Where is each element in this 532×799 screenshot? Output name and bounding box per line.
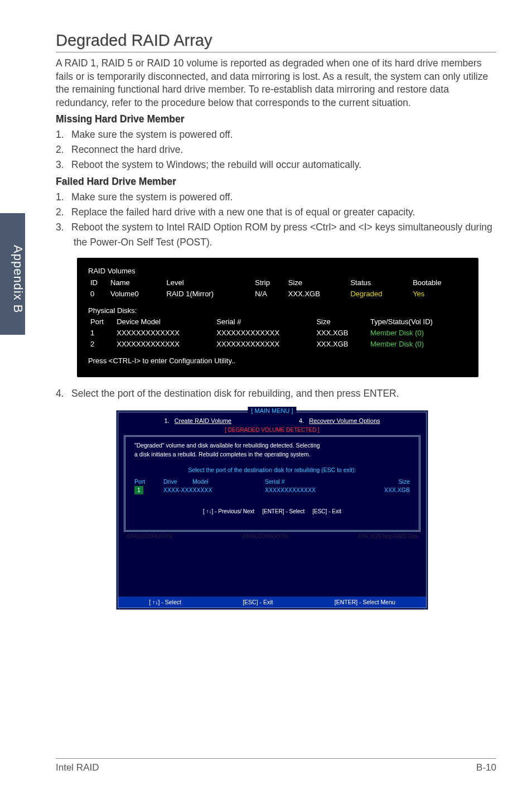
list-item: 3.Reboot the system to Windows; the rebu…: [56, 157, 496, 172]
intro-paragraph: A RAID 1, RAID 5 or RAID 10 volume is re…: [56, 57, 496, 110]
ghost-cell: XXXXXXXXXXXXX: [126, 533, 172, 541]
list-item: 3.Reboot the system to Intel RAID Option…: [56, 220, 496, 250]
cell-status: Member Disk (0): [368, 339, 467, 350]
subhead-failed: Failed Hard Drive Member: [56, 176, 496, 187]
menu-item: 1. Create RAID Volume: [165, 417, 231, 425]
cell: Volume0: [108, 288, 165, 300]
disk-header-row: Port Drive Model Serial # Size: [134, 478, 410, 486]
list-text: Select the port of the destination disk …: [71, 388, 399, 399]
ghost-cell: XXX.XGB Non-RAID Disk: [358, 533, 418, 541]
menu-item: 4. Recovery Volume Options: [299, 417, 380, 425]
list-missing: 1.Make sure the system is powered off. 2…: [56, 127, 496, 172]
disk-row[interactable]: 1 XXXX-XXXXXXXX XXXXXXXXXXXXX XXX.XGB: [134, 486, 410, 494]
ghost-cell: XXXXXXXXXXXXX: [242, 533, 288, 541]
footer-select: [ ↑↓] - Select: [149, 598, 181, 607]
col-size: Size: [352, 478, 410, 486]
cell-bootable: Yes: [410, 288, 467, 300]
bios-prompt: Press <CTRL-I> to enter Configuration Ut…: [88, 355, 467, 367]
list-text: Reboot the system to Intel RAID Option R…: [71, 222, 492, 248]
nav-exit: [ESC] - Exit: [312, 508, 341, 514]
col-serial: Serial #: [214, 316, 314, 328]
cell: 2: [88, 339, 114, 350]
list-step4: 4.Select the port of the destination dis…: [56, 386, 496, 401]
bios-nav-hints: [ ↑↓] - Previous/ Next [ENTER] - Select …: [134, 508, 410, 516]
footer-right: B-10: [476, 762, 496, 773]
appendix-side-tab: Appendix B: [0, 213, 25, 335]
col-model: Model: [192, 478, 265, 486]
col-id: ID: [88, 277, 108, 288]
selected-port: 1: [134, 486, 143, 494]
cell: XXX.XGB: [314, 339, 368, 350]
footer-left: Intel RAID: [56, 762, 476, 773]
col-type: Type/Status(Vol ID): [368, 316, 467, 328]
list-failed: 1.Make sure the system is powered off. 2…: [56, 190, 496, 251]
nav-select: [ENTER] - Select: [262, 508, 304, 514]
bios-footer-bar: [ ↑↓] - Select [ESC] - Exit [ENTER] - Se…: [118, 596, 426, 608]
bios-msg: "Degraded" volume and disk available for…: [134, 441, 410, 450]
cell: XXX.XGB: [286, 288, 349, 300]
bios-titlebar: [ MAIN MENU ]: [248, 407, 296, 415]
col-bootable: Bootable: [410, 277, 467, 288]
cell: 1: [88, 328, 114, 339]
blank-area: [118, 543, 426, 593]
col-name: Name: [108, 277, 165, 288]
page-content: Degraded RAID Array A RAID 1, RAID 5 or …: [56, 31, 496, 610]
col-serial: Serial #: [265, 478, 352, 486]
cell: XXX.XGB: [314, 328, 368, 339]
list-item: 2.Replace the failed hard drive with a n…: [56, 205, 496, 220]
bios-inner-dialog: "Degraded" volume and disk available for…: [124, 435, 420, 532]
list-item: 1.Make sure the system is powered off.: [56, 127, 496, 142]
bios-main-menu-screen: [ MAIN MENU ] 1. Create RAID Volume 4. R…: [116, 410, 428, 610]
section-label: RAID Volumes: [88, 266, 467, 277]
list-item: 1.Make sure the system is powered off.: [56, 190, 496, 205]
list-text: Replace the failed hard drive with a new…: [71, 206, 415, 218]
cell: N/A: [253, 288, 286, 300]
list-text: Make sure the system is powered off.: [71, 129, 233, 140]
cell: 0: [88, 288, 108, 300]
list-text: Make sure the system is powered off.: [71, 191, 233, 203]
col-size: Size: [286, 277, 349, 288]
bios-prompt: Select the port of the destination disk …: [134, 466, 410, 475]
footer-menu: [ENTER] - Select Menu: [335, 598, 395, 607]
list-text: Reconnect the hard drive.: [71, 144, 183, 155]
cell-status: Degraded: [348, 288, 410, 300]
degraded-label: [ DEGRADED VOLUME DETECTED ]: [118, 426, 426, 434]
page-title: Degraded RAID Array: [56, 31, 496, 52]
bios-raid-volumes-screen: RAID Volumes ID Name Level Strip Size St…: [77, 258, 478, 377]
list-item: 4.Select the port of the destination dis…: [56, 386, 496, 401]
col-size: Size: [314, 316, 368, 328]
list-item: 2.Reconnect the hard drive.: [56, 142, 496, 157]
list-text: Reboot the system to Windows; the rebuil…: [71, 159, 361, 170]
cell: XXXXXXXXXXXXX: [214, 328, 314, 339]
raid-volumes-table: ID Name Level Strip Size Status Bootable…: [88, 277, 467, 300]
col-status: Status: [348, 277, 410, 288]
col-strip: Strip: [253, 277, 286, 288]
cell: XXXXXXXXXXXXX: [114, 339, 214, 350]
footer-exit: [ESC] - Exit: [243, 598, 273, 607]
col-level: Level: [165, 277, 253, 288]
cell: XXXXXXXXXXXXX: [214, 339, 314, 350]
ghost-disk-row: XXXXXXXXXXXXX XXXXXXXXXXXXX XXX.XGB Non-…: [118, 533, 426, 543]
col-drive: Drive: [163, 478, 192, 486]
cell: RAID 1(Mirror): [165, 288, 253, 300]
col-model: Device Model: [114, 316, 214, 328]
cell-serial: XXXXXXXXXXXXX: [265, 486, 352, 494]
cell: XXXXXXXXXXXXX: [114, 328, 214, 339]
col-port: Port: [134, 478, 163, 486]
section-label: Physical Disks:: [88, 305, 467, 316]
physical-disks-table: Port Device Model Serial # Size Type/Sta…: [88, 316, 467, 350]
nav-prev-next: [ ↑↓] - Previous/ Next: [203, 508, 254, 514]
cell-status: Member Disk (0): [368, 328, 467, 339]
col-port: Port: [88, 316, 114, 328]
subhead-missing: Missing Hard Drive Member: [56, 113, 496, 125]
cell-size: XXX.XGB: [352, 486, 410, 494]
cell-model: XXXX-XXXXXXXX: [163, 486, 265, 494]
page-footer: Intel RAID B-10: [56, 758, 496, 773]
bios-msg: a disk initiates a rebuild. Rebuild comp…: [134, 450, 410, 459]
